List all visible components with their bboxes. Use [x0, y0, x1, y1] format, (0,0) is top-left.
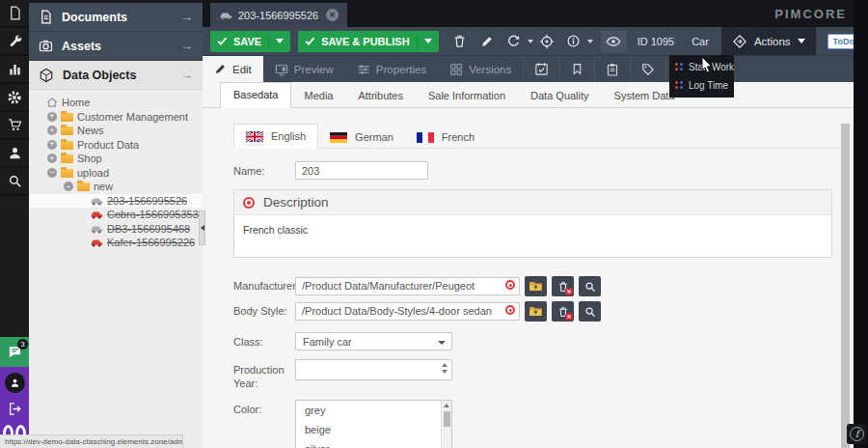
- scroll-up-icon[interactable]: [444, 404, 449, 407]
- description-panel: Description French classic: [233, 189, 832, 258]
- locate-in-tree-button[interactable]: [535, 31, 558, 52]
- tags-button[interactable]: [630, 56, 665, 82]
- tab-properties[interactable]: Properties: [345, 56, 438, 82]
- tree-item-203[interactable]: 203-1566995526: [29, 194, 203, 209]
- class-select[interactable]: Family car: [295, 332, 452, 350]
- object-editor-content: Basedata Media Attributes Sale Informati…: [203, 82, 854, 448]
- tab-versions[interactable]: Versions: [438, 56, 523, 82]
- sidebar-collapse-handle[interactable]: [199, 210, 205, 245]
- tab-language-german[interactable]: German: [318, 126, 405, 149]
- spin-up-icon[interactable]: [442, 363, 448, 367]
- chevron-down-icon[interactable]: [276, 39, 284, 43]
- tab-basedata[interactable]: Basedata: [220, 82, 291, 108]
- tree-item-shop[interactable]: + Shop: [29, 152, 203, 166]
- tree-item-cobra[interactable]: Cobra-1566995353: [29, 208, 203, 222]
- close-tab-icon[interactable]: ✕: [326, 9, 339, 21]
- reports-button[interactable]: [594, 56, 630, 82]
- folder-icon: [77, 182, 90, 191]
- reports-rail-button[interactable]: [0, 56, 29, 84]
- rename-button[interactable]: [475, 31, 499, 52]
- tab-attributes[interactable]: Attributes: [345, 84, 415, 108]
- tree-item-product-data[interactable]: + Product Data: [29, 138, 203, 153]
- settings-rail-button[interactable]: [0, 84, 29, 112]
- tab-sale-information[interactable]: Sale Information: [416, 84, 518, 108]
- save-publish-button[interactable]: SAVE & PUBLISH: [298, 31, 438, 52]
- color-multiselect[interactable]: grey beige silver: [295, 400, 452, 448]
- file-rail-button[interactable]: [0, 0, 29, 28]
- tree-item-home[interactable]: Home: [29, 96, 203, 110]
- user-avatar[interactable]: [5, 373, 25, 393]
- actions-dropdown-button[interactable]: Actions: [721, 27, 816, 55]
- data-objects-panel-header[interactable]: Data Objects →: [29, 61, 203, 90]
- tag-icon: [641, 63, 655, 76]
- color-option-beige[interactable]: beige: [296, 420, 451, 439]
- expand-plus-icon[interactable]: +: [47, 154, 57, 163]
- body-style-input[interactable]: [295, 302, 520, 321]
- scroll-thumb[interactable]: [841, 124, 850, 448]
- preview-visibility-button[interactable]: [601, 31, 627, 52]
- body-style-remove-button[interactable]: ✕: [552, 301, 574, 322]
- scroll-thumb[interactable]: [444, 411, 450, 427]
- tab-preview[interactable]: Preview: [263, 56, 345, 82]
- collapse-minus-icon[interactable]: −: [64, 182, 73, 191]
- menu-item-log-time[interactable]: Log Time: [669, 76, 734, 95]
- search-icon: [584, 281, 596, 293]
- tab-language-english[interactable]: English: [233, 124, 318, 149]
- tab-edit[interactable]: Edit: [203, 56, 263, 82]
- open-object-tab[interactable]: 203-1566995526 ✕: [210, 3, 347, 27]
- spin-down-icon[interactable]: [442, 370, 448, 374]
- ecommerce-rail-button[interactable]: [0, 112, 29, 140]
- chevron-down-icon[interactable]: [424, 39, 432, 43]
- clipboard-icon: [606, 63, 619, 76]
- production-year-spinner[interactable]: [295, 359, 452, 380]
- chat-button[interactable]: 3: [0, 337, 29, 367]
- content-scrollbar[interactable]: [841, 112, 850, 448]
- tab-media[interactable]: Media: [291, 84, 345, 108]
- schedule-button[interactable]: [523, 56, 559, 82]
- tree-item-news[interactable]: + News: [29, 124, 203, 138]
- tree-item-new[interactable]: − new: [29, 180, 203, 194]
- cube-icon: [39, 68, 54, 83]
- body-style-open-button[interactable]: [525, 301, 547, 322]
- description-editor[interactable]: French classic: [234, 215, 831, 257]
- script-f-badge-icon[interactable]: f: [847, 424, 867, 444]
- expand-plus-icon[interactable]: +: [47, 112, 57, 122]
- home-icon: [46, 97, 58, 108]
- tab-language-french[interactable]: French: [405, 126, 486, 149]
- manufacturer-open-button[interactable]: [525, 276, 547, 296]
- tree-item-kafer[interactable]: Kafer-1566995226: [29, 236, 203, 250]
- tree-item-db3[interactable]: DB3-1566995468: [29, 222, 203, 237]
- documents-panel-header[interactable]: Documents →: [29, 3, 203, 32]
- color-option-silver[interactable]: silver: [296, 439, 451, 448]
- search-rail-button[interactable]: [0, 168, 29, 196]
- save-button[interactable]: SAVE: [210, 31, 290, 52]
- object-id-label: ID 1095: [637, 36, 675, 47]
- name-input[interactable]: [295, 161, 428, 180]
- expand-plus-icon[interactable]: +: [47, 126, 57, 135]
- collapse-minus-icon[interactable]: −: [47, 168, 57, 178]
- expand-plus-icon[interactable]: +: [47, 140, 57, 150]
- tree-item-upload[interactable]: − upload: [29, 166, 203, 181]
- manufacturer-input[interactable]: [295, 277, 520, 295]
- chevron-down-icon[interactable]: [528, 40, 533, 43]
- tree-item-customer-management[interactable]: + Customer Management: [29, 110, 203, 125]
- versions-grid-icon: [449, 63, 463, 76]
- chevron-down-icon[interactable]: [587, 40, 593, 43]
- delete-button[interactable]: [448, 31, 472, 52]
- info-button[interactable]: [562, 31, 585, 52]
- color-option-grey[interactable]: grey: [296, 401, 451, 420]
- reload-button[interactable]: [502, 31, 526, 52]
- logout-button[interactable]: [8, 402, 22, 416]
- notes-events-button[interactable]: [559, 56, 594, 82]
- body-style-search-button[interactable]: [579, 301, 601, 322]
- assets-panel-header[interactable]: Assets →: [29, 32, 203, 61]
- description-panel-header[interactable]: Description: [234, 190, 831, 215]
- folder-icon: [61, 154, 73, 163]
- manufacturer-remove-button[interactable]: ✕: [552, 276, 574, 296]
- customers-rail-button[interactable]: [0, 140, 29, 168]
- manufacturer-search-button[interactable]: [579, 276, 601, 296]
- spinner-arrows[interactable]: [442, 363, 448, 374]
- tab-data-quality[interactable]: Data Quality: [518, 84, 602, 108]
- tools-rail-button[interactable]: [0, 28, 29, 56]
- color-list-scrollbar[interactable]: [441, 401, 451, 448]
